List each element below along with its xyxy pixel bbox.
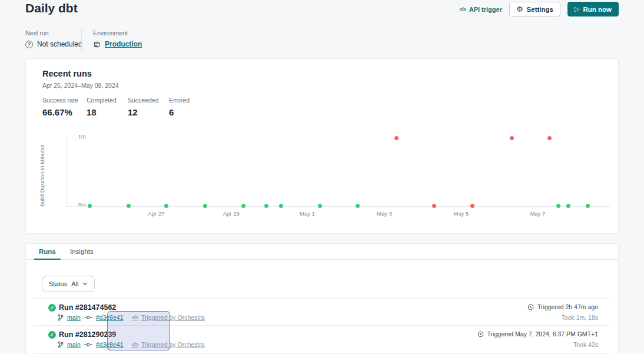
- stat-value: 6: [169, 107, 204, 117]
- run-dot-error[interactable]: [394, 136, 399, 140]
- run-dot-success[interactable]: [164, 204, 168, 208]
- code-icon: </>: [459, 6, 466, 12]
- stat-completed: Completed 18: [87, 97, 128, 117]
- environment-link[interactable]: Production: [105, 40, 142, 48]
- run-dot-success[interactable]: [88, 204, 92, 208]
- run-dot-error[interactable]: [432, 204, 436, 208]
- run-dot-success[interactable]: [203, 204, 207, 208]
- x-axis-tick: May 1: [300, 210, 315, 217]
- commit-link[interactable]: #d3e8e41: [96, 341, 124, 348]
- page-title: Daily dbt: [25, 1, 78, 15]
- trigger-source-label: Triggered by Orchestra: [141, 341, 205, 348]
- environment-value: Production: [93, 40, 142, 48]
- stat-value: 18: [87, 107, 128, 117]
- git-branch-icon: [58, 341, 64, 348]
- run-duration: Took 1m, 18s: [562, 314, 598, 321]
- api-trigger-link[interactable]: </> API trigger: [459, 6, 502, 13]
- stat-label: Success rate: [42, 97, 87, 104]
- stat-value: 66.67%: [42, 107, 87, 117]
- header-actions: </> API trigger ⚙ Settings ▷ Run now: [459, 2, 619, 16]
- run-meta: main #d3e8e41 </> Triggered by Orchestra: [58, 341, 205, 348]
- run-row: ✓ Run #281474562 main #d3e8e41 </> Trigg…: [26, 298, 618, 325]
- trigger-source-link[interactable]: </> Triggered by Orchestra: [131, 341, 204, 348]
- stat-success-rate: Success rate 66.67%: [42, 97, 87, 117]
- commit-icon: [84, 342, 92, 347]
- clock-icon: [527, 304, 534, 310]
- stat-label: Succeeded: [128, 97, 169, 104]
- run-dot-success[interactable]: [556, 204, 560, 208]
- branch-link[interactable]: main: [67, 341, 81, 348]
- run-now-button[interactable]: ▷ Run now: [567, 2, 619, 16]
- tab-runs[interactable]: Runs: [39, 248, 56, 255]
- recent-runs-card: Recent runs Apr 25, 2024–May 08, 2024 Su…: [25, 58, 619, 234]
- stat-succeeded: Succeeded 12: [128, 97, 169, 117]
- help-circle-icon: ?: [25, 41, 33, 48]
- database-icon: [93, 41, 101, 48]
- x-axis-tick: May 5: [453, 210, 469, 217]
- chevron-down-icon: [82, 282, 88, 286]
- run-row: ✓ Run #281290239 main #d3e8e41 </> Trigg…: [26, 325, 618, 353]
- run-triggered-text: Triggered 2h 47m ago: [537, 303, 598, 310]
- api-trigger-label: API trigger: [469, 6, 502, 13]
- code-icon: </>: [131, 342, 138, 348]
- run-dot-success[interactable]: [127, 204, 131, 208]
- run-dot-success[interactable]: [356, 204, 360, 208]
- commit-icon: [84, 315, 92, 320]
- code-icon: </>: [131, 315, 138, 320]
- recent-runs-date-range: Apr 25, 2024–May 08, 2024: [42, 82, 119, 89]
- active-tab-underline: [34, 259, 61, 260]
- build-duration-chart: Apr 27Apr 29May 1May 3May 5May 7: [67, 136, 610, 207]
- settings-label: Settings: [527, 6, 553, 13]
- gear-icon: ⚙: [516, 5, 523, 13]
- clock-icon: [477, 331, 484, 338]
- run-title: Run #281290239: [59, 330, 116, 339]
- status-filter-label: Status: [49, 280, 67, 287]
- run-triggered: Triggered 2h 47m ago: [527, 303, 598, 310]
- stat-label: Completed: [87, 97, 128, 104]
- run-title: Run #281474562: [59, 303, 116, 312]
- run-dot-error[interactable]: [470, 204, 474, 208]
- next-run-text: Not scheduled: [37, 40, 82, 48]
- trigger-source-link[interactable]: </> Triggered by Orchestra: [131, 314, 204, 321]
- tabs-row: Runs Insights: [26, 244, 618, 260]
- run-dot-success[interactable]: [279, 204, 283, 208]
- environment-label: Environment: [93, 29, 128, 37]
- success-check-icon: ✓: [48, 331, 56, 339]
- play-icon: ▷: [575, 6, 579, 12]
- recent-runs-title: Recent runs: [42, 69, 92, 78]
- runs-card: Runs Insights Status All ✓ Run #28147456…: [25, 243, 619, 354]
- run-meta: main #d3e8e41 </> Triggered by Orchestra: [58, 314, 205, 321]
- status-filter-dropdown[interactable]: Status All: [42, 276, 95, 292]
- run-dot-error[interactable]: [510, 136, 514, 140]
- commit-link[interactable]: #d3e8e41: [96, 314, 124, 321]
- stats-row: Success rate 66.67% Completed 18 Succeed…: [42, 97, 204, 117]
- next-run-value: ? Not scheduled: [25, 40, 82, 48]
- run-triggered-text: Triggered May 7, 2024, 6:37 PM GMT+1: [487, 330, 598, 338]
- stat-value: 12: [128, 107, 169, 117]
- run-now-label: Run now: [583, 6, 612, 13]
- run-duration: Took 42s: [573, 341, 598, 348]
- x-axis-tick: Apr 29: [223, 210, 240, 217]
- run-triggered: Triggered May 7, 2024, 6:37 PM GMT+1: [477, 330, 598, 338]
- y-axis-title: Build Duration in Minutes: [39, 136, 45, 207]
- git-branch-icon: [58, 314, 64, 321]
- branch-link[interactable]: main: [67, 314, 81, 321]
- status-filter-value: All: [71, 280, 78, 287]
- run-dot-success[interactable]: [318, 204, 322, 208]
- trigger-source-label: Triggered by Orchestra: [141, 314, 205, 321]
- stat-errored: Errored 6: [169, 97, 204, 117]
- success-check-icon: ✓: [48, 304, 56, 312]
- run-dot-success[interactable]: [241, 204, 245, 208]
- meta-divider: [81, 28, 82, 52]
- x-axis-tick: May 3: [377, 210, 392, 217]
- x-axis-tick: May 7: [530, 210, 545, 217]
- run-dot-success[interactable]: [566, 204, 570, 208]
- settings-button[interactable]: ⚙ Settings: [509, 2, 560, 16]
- run-dot-success[interactable]: [586, 204, 590, 208]
- x-axis-tick: Apr 27: [148, 210, 164, 217]
- next-run-label: Next run: [25, 29, 49, 37]
- tab-insights[interactable]: Insights: [70, 248, 94, 255]
- run-dot-success[interactable]: [264, 204, 268, 208]
- stat-label: Errored: [169, 97, 204, 104]
- run-dot-error[interactable]: [547, 136, 552, 140]
